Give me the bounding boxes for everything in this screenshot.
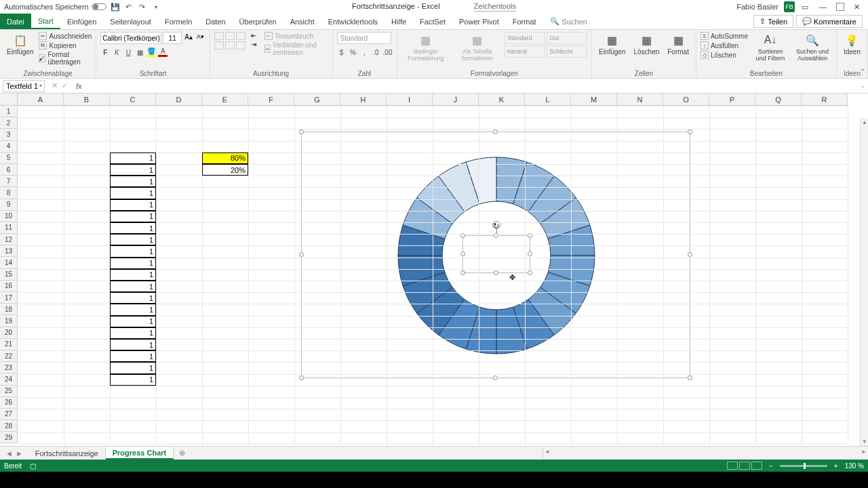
- selection-handle[interactable]: [299, 252, 304, 257]
- fill-color-button[interactable]: 🪣: [146, 47, 156, 57]
- tab-hilfe[interactable]: Hilfe: [384, 14, 413, 29]
- selection-handle[interactable]: [528, 251, 532, 256]
- comments-button[interactable]: 💬 Kommentare: [796, 15, 863, 28]
- enter-formula-icon[interactable]: ✓: [62, 81, 68, 90]
- column-header[interactable]: M: [571, 94, 617, 106]
- undo-icon[interactable]: ↶: [124, 2, 134, 12]
- sort-filter-button[interactable]: A↓Sortieren und Filtern: [751, 32, 790, 63]
- selection-handle[interactable]: [688, 375, 692, 380]
- search-box[interactable]: 🔍 Suchen: [550, 14, 587, 29]
- selection-handle[interactable]: [688, 129, 692, 134]
- row-header[interactable]: 19: [0, 315, 18, 327]
- copy-button[interactable]: ⧉Kopieren: [39, 41, 92, 49]
- zoom-in-icon[interactable]: +: [834, 462, 838, 470]
- selection-handle[interactable]: [460, 270, 465, 275]
- zoom-out-icon[interactable]: −: [769, 462, 773, 470]
- zoom-level[interactable]: 130 %: [845, 462, 864, 470]
- normal-view-icon[interactable]: [727, 462, 738, 470]
- row-header[interactable]: 29: [0, 432, 18, 443]
- tab-formeln[interactable]: Formeln: [158, 14, 199, 29]
- column-header[interactable]: R: [802, 94, 848, 106]
- column-header[interactable]: J: [433, 94, 479, 106]
- name-box[interactable]: Textfeld 1: [3, 80, 45, 92]
- row-header[interactable]: 25: [0, 386, 18, 397]
- cell[interactable]: 1: [110, 269, 156, 281]
- row-header[interactable]: 1: [0, 106, 18, 117]
- horizontal-scrollbar[interactable]: [542, 449, 868, 458]
- cut-button[interactable]: ✂Ausschneiden: [39, 32, 92, 40]
- save-icon[interactable]: 💾: [111, 2, 120, 12]
- cell[interactable]: 1: [110, 304, 156, 315]
- add-sheet-button[interactable]: ⊕: [174, 449, 191, 458]
- row-header[interactable]: 13: [0, 245, 18, 257]
- zoom-slider[interactable]: [780, 465, 827, 467]
- selection-handle[interactable]: [299, 375, 304, 380]
- row-header[interactable]: 9: [0, 199, 18, 211]
- cell[interactable]: 80%: [202, 152, 248, 164]
- cell[interactable]: 1: [110, 258, 156, 269]
- select-all-corner[interactable]: [0, 94, 18, 106]
- cell[interactable]: 1: [110, 176, 156, 187]
- cell[interactable]: 1: [110, 187, 156, 199]
- tab-einfuegen[interactable]: Einfügen: [60, 14, 103, 29]
- selection-handle[interactable]: [493, 375, 498, 380]
- column-header[interactable]: P: [709, 94, 755, 106]
- fx-icon[interactable]: fx: [72, 82, 86, 90]
- cell[interactable]: 1: [110, 164, 156, 176]
- column-header[interactable]: E: [202, 94, 248, 106]
- column-header[interactable]: K: [479, 94, 525, 106]
- selection-handle[interactable]: [688, 252, 692, 257]
- autosum-button[interactable]: ΣAutoSumme: [701, 32, 748, 40]
- macro-record-icon[interactable]: ▢: [30, 462, 36, 470]
- insert-cells-button[interactable]: ▦Einfügen: [596, 32, 628, 57]
- row-header[interactable]: 24: [0, 373, 18, 385]
- tab-daten[interactable]: Daten: [199, 14, 232, 29]
- format-cells-button[interactable]: ▦Format: [665, 32, 692, 57]
- selection-handle[interactable]: [528, 270, 532, 275]
- tab-format[interactable]: Format: [506, 14, 543, 29]
- chart-object[interactable]: ↻ ✥: [301, 131, 690, 378]
- sheet-tab-2[interactable]: Progress Chart: [106, 447, 174, 460]
- row-header[interactable]: 26: [0, 397, 18, 409]
- row-header[interactable]: 27: [0, 409, 18, 420]
- row-header[interactable]: 8: [0, 187, 18, 199]
- underline-button[interactable]: U: [123, 47, 133, 57]
- tab-powerpivot[interactable]: Power Pivot: [452, 14, 506, 29]
- row-header[interactable]: 15: [0, 269, 18, 281]
- maximize-button[interactable]: [836, 3, 844, 11]
- row-header[interactable]: 16: [0, 281, 18, 292]
- cell[interactable]: 1: [110, 234, 156, 245]
- cell[interactable]: 1: [110, 362, 156, 373]
- column-header[interactable]: L: [525, 94, 571, 106]
- row-header[interactable]: 17: [0, 292, 18, 304]
- row-header[interactable]: 20: [0, 327, 18, 339]
- cell[interactable]: 1: [110, 374, 156, 386]
- alignment-buttons[interactable]: [214, 32, 245, 49]
- vertical-scrollbar[interactable]: [860, 118, 868, 446]
- textbox-object[interactable]: ↻: [462, 235, 530, 273]
- row-header[interactable]: 11: [0, 222, 18, 234]
- bold-button[interactable]: F: [100, 47, 110, 57]
- column-header[interactable]: Q: [755, 94, 802, 106]
- cell[interactable]: 1: [110, 327, 156, 339]
- tab-entwickler[interactable]: Entwicklertools: [321, 14, 384, 29]
- row-header[interactable]: 22: [0, 350, 18, 362]
- row-header[interactable]: 7: [0, 176, 18, 187]
- qat-more-icon[interactable]: ▾: [151, 2, 161, 12]
- cell[interactable]: 1: [110, 350, 156, 362]
- cell[interactable]: 1: [110, 292, 156, 304]
- close-button[interactable]: ✕: [850, 3, 864, 12]
- row-header[interactable]: 21: [0, 339, 18, 350]
- page-layout-view-icon[interactable]: [739, 462, 750, 470]
- cell[interactable]: 1: [110, 339, 156, 350]
- row-header[interactable]: 10: [0, 211, 18, 222]
- ideas-button[interactable]: 💡Ideen: [841, 32, 863, 57]
- cell[interactable]: 1: [110, 316, 156, 327]
- font-color-button[interactable]: A: [158, 47, 167, 57]
- shrink-font-icon[interactable]: A▾: [195, 32, 205, 44]
- row-header[interactable]: 4: [0, 141, 18, 152]
- cancel-formula-icon[interactable]: ✕: [52, 81, 58, 90]
- column-header[interactable]: H: [340, 94, 387, 106]
- row-header[interactable]: 2: [0, 117, 18, 129]
- column-header[interactable]: G: [294, 94, 340, 106]
